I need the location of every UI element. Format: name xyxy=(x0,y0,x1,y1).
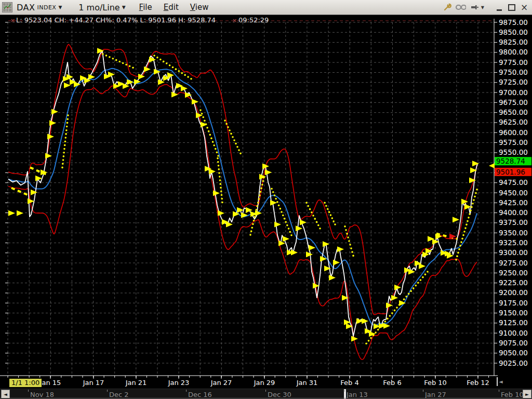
sar-dot xyxy=(476,189,478,191)
wrench-icon[interactable] xyxy=(442,2,453,12)
buy-signal-marker[interactable] xyxy=(419,263,425,269)
minimize-button[interactable] xyxy=(495,3,504,12)
sar-dot xyxy=(305,202,308,204)
app-logo-icon xyxy=(2,2,12,12)
sar-dot xyxy=(276,201,278,203)
y-axis-label: 9875.00 xyxy=(499,18,528,26)
sar-dot xyxy=(417,282,419,284)
buy-signal-marker[interactable] xyxy=(333,260,340,265)
buy-signal-marker[interactable] xyxy=(181,86,188,91)
time-scrollbar[interactable]: ◄ ► Nov 18Dec 2Dec 16Dec 30Jan 13Jan 27F… xyxy=(0,389,532,399)
scrollbar-date-label: Jan 27 xyxy=(425,391,446,398)
buy-signal-marker[interactable] xyxy=(306,251,313,257)
buy-signal-marker[interactable] xyxy=(51,109,58,115)
y-axis-label: 9700.00 xyxy=(499,88,528,97)
buy-signal-marker[interactable] xyxy=(329,275,336,281)
sar-dot xyxy=(317,224,320,227)
sar-dot xyxy=(345,229,347,231)
sar-dot xyxy=(217,157,219,159)
buy-signal-marker[interactable] xyxy=(127,79,134,85)
sar-dot xyxy=(427,271,429,273)
chart-canvas[interactable]: 9875.009850.009825.009800.009775.009750.… xyxy=(0,0,532,399)
time-label: 09:52:29 xyxy=(238,16,269,24)
restore-button[interactable] xyxy=(507,3,516,12)
sar-dot xyxy=(122,62,124,64)
sar-dot xyxy=(408,293,410,295)
period-selector[interactable]: 1 mo/Line xyxy=(78,3,119,12)
y-axis-label: 9250.00 xyxy=(499,269,528,277)
symbol-dropdown-icon[interactable]: ▼ xyxy=(58,5,62,10)
y-axis-label: 9175.00 xyxy=(499,299,528,307)
sar-dot xyxy=(172,66,174,69)
x-axis-label: Jan 21 xyxy=(125,379,147,387)
buy-signal-marker[interactable] xyxy=(291,249,298,255)
annotation-close-icon[interactable]: × xyxy=(10,17,15,24)
buy-signal-marker[interactable] xyxy=(453,217,459,222)
symbol-suffix[interactable]: INDEX xyxy=(37,4,56,11)
sar-dot xyxy=(396,307,398,309)
sar-dot xyxy=(66,118,69,120)
sar-dot xyxy=(474,196,476,198)
buy-signal-marker[interactable] xyxy=(274,221,281,227)
buy-signal-marker[interactable] xyxy=(8,210,15,216)
sar-dot xyxy=(220,187,222,189)
close-button[interactable]: × xyxy=(520,3,529,12)
buy-signal-marker[interactable] xyxy=(300,220,307,225)
x-axis-label: Feb 12 xyxy=(467,379,489,387)
time-annotation-close-icon[interactable]: × xyxy=(232,17,237,24)
buy-signal-marker[interactable] xyxy=(278,241,285,246)
scrollbar-date-label: Dec 2 xyxy=(109,391,129,398)
buy-signal-marker[interactable] xyxy=(265,169,272,175)
buy-signal-marker[interactable] xyxy=(17,210,23,216)
buy-signal-marker[interactable] xyxy=(464,204,471,210)
x-axis-label: Jan 27 xyxy=(210,379,232,387)
sar-dot xyxy=(219,176,221,178)
y-axis-label: 9025.00 xyxy=(499,359,528,367)
sar-dot xyxy=(208,130,210,132)
axis-pan-arrow-icon[interactable]: ◄ xyxy=(497,377,503,386)
y-axis-label: 9350.00 xyxy=(499,229,528,237)
sar-dot xyxy=(391,312,393,314)
sar-dot xyxy=(249,234,251,236)
buy-signal-marker[interactable] xyxy=(309,245,315,250)
sar-dot xyxy=(178,70,180,72)
link-icon[interactable] xyxy=(456,2,466,12)
period-dropdown-icon[interactable]: ▼ xyxy=(122,5,126,10)
buy-signal-marker[interactable] xyxy=(270,200,277,206)
sar-dot xyxy=(112,58,114,60)
sar-dot xyxy=(212,141,214,143)
pushpin-caret-icon[interactable]: ▼ xyxy=(481,5,484,10)
buy-signal-marker[interactable] xyxy=(167,72,174,78)
buy-signal-marker[interactable] xyxy=(45,153,52,158)
sar-dot xyxy=(403,298,405,300)
buy-signal-marker[interactable] xyxy=(213,190,220,196)
scrollbar-date-label: Dec 30 xyxy=(268,391,291,398)
sar-dot xyxy=(225,123,228,125)
sar-dot xyxy=(350,247,352,249)
menu-edit[interactable]: Edit xyxy=(164,3,179,12)
scroll-right-button[interactable]: ► xyxy=(523,390,531,398)
pushpin-icon[interactable] xyxy=(469,2,480,12)
buy-signal-marker[interactable] xyxy=(383,323,390,329)
sar-dot xyxy=(468,217,470,219)
buy-signal-marker[interactable] xyxy=(461,198,468,204)
window-bottom-edge xyxy=(0,398,532,398)
buy-signal-marker[interactable] xyxy=(337,246,344,252)
buy-signal-marker[interactable] xyxy=(296,225,302,231)
menu-file[interactable]: File xyxy=(139,3,152,12)
scroll-left-button[interactable]: ◄ xyxy=(1,390,10,398)
menu-view[interactable]: View xyxy=(190,3,209,12)
buy-signal-marker[interactable] xyxy=(49,120,56,126)
sar-dot xyxy=(65,133,67,135)
sar-dot xyxy=(132,66,134,69)
buy-signal-marker[interactable] xyxy=(218,210,224,216)
buy-signal-marker[interactable] xyxy=(31,190,37,195)
y-axis-label: 9050.00 xyxy=(499,349,528,357)
page-indicator-badge[interactable]: 1/1 1:00 xyxy=(9,379,42,387)
y-axis-label: 9850.00 xyxy=(499,28,528,36)
sar-dot xyxy=(221,194,223,196)
sar-dot xyxy=(271,188,273,190)
buy-signal-marker[interactable] xyxy=(283,236,289,242)
buy-signal-marker[interactable] xyxy=(255,210,262,216)
symbol-title[interactable]: DAX xyxy=(17,3,35,12)
